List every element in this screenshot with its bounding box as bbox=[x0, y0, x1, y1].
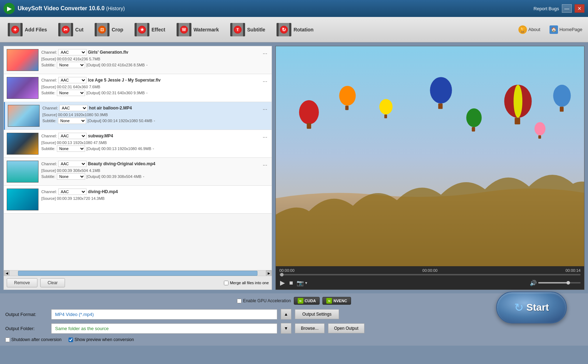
minimize-button[interactable]: — bbox=[562, 4, 572, 13]
file-source: [Source] 00:02:31 640x360 7.6MB bbox=[41, 85, 269, 89]
format-dropdown-arrow[interactable]: ▲ bbox=[281, 309, 291, 320]
svg-rect-13 bbox=[472, 127, 475, 131]
scroll-thumb[interactable] bbox=[18, 271, 257, 276]
title-bar: ▶ UkeySoft Video Converter 10.6.0 (Histo… bbox=[0, 0, 588, 17]
remove-button[interactable]: Remove bbox=[7, 278, 37, 287]
screenshot-button[interactable]: 📷 ▼ bbox=[297, 280, 308, 286]
stop-button[interactable]: ■ bbox=[289, 279, 294, 287]
file-list-scroll[interactable]: Channel: AAC Girls' Generation.flv ... [… bbox=[4, 46, 272, 270]
file-dash: - bbox=[153, 146, 154, 151]
about-button[interactable]: 🏆 About bbox=[516, 24, 543, 35]
crop-button[interactable]: ⊡ Crop bbox=[90, 19, 128, 40]
channel-label: Channel: bbox=[41, 162, 57, 166]
progress-bar[interactable] bbox=[279, 274, 581, 275]
subtitle-select[interactable]: None bbox=[57, 173, 85, 180]
gpu-row: Enable GPU Acceleration N CUDA N NVENC bbox=[5, 297, 583, 305]
subtitle-select[interactable]: None bbox=[58, 118, 86, 124]
open-output-button[interactable]: Open Output bbox=[328, 323, 364, 333]
title-bar-right: Report Bugs — ✕ bbox=[534, 4, 584, 13]
subtitle-button[interactable]: T Subtitle bbox=[225, 19, 270, 40]
channel-label: Channel: bbox=[41, 50, 57, 54]
channel-select[interactable]: AAC bbox=[58, 49, 87, 55]
subtitle-select[interactable]: None bbox=[57, 145, 85, 152]
watermark-label: Watermark bbox=[194, 27, 219, 32]
clear-button[interactable]: Clear bbox=[40, 278, 65, 287]
rotation-label: Rotation bbox=[293, 27, 314, 32]
gpu-acceleration-label: Enable GPU Acceleration bbox=[243, 298, 291, 303]
file-thumbnail bbox=[7, 161, 38, 183]
file-name: Beauty diving-Original video.mp4 bbox=[88, 161, 260, 166]
subtitle-label: Subtitle: bbox=[42, 119, 57, 123]
volume-dot bbox=[566, 281, 570, 285]
file-menu-dots[interactable]: ... bbox=[261, 133, 269, 139]
file-menu-dots[interactable]: ... bbox=[261, 105, 269, 111]
effect-label: Effect bbox=[152, 27, 165, 32]
file-menu-dots[interactable]: ... bbox=[261, 49, 269, 55]
effect-button[interactable]: ★ Effect bbox=[130, 19, 170, 40]
time-start: 00:00:00 bbox=[279, 268, 295, 273]
channel-select[interactable]: AAC bbox=[58, 133, 87, 139]
start-button[interactable]: ↻ Start bbox=[496, 292, 567, 323]
rotation-button[interactable]: ↻ Rotation bbox=[272, 19, 319, 40]
about-label: About bbox=[528, 27, 540, 32]
homepage-button[interactable]: 🏠 HomePage bbox=[547, 24, 585, 35]
file-source: [Source] 00:00:13 1920x1080 47.5MB bbox=[41, 141, 269, 145]
add-files-button[interactable]: + Add Files bbox=[3, 19, 52, 40]
browse-button[interactable]: Browse... bbox=[295, 323, 325, 333]
channel-select[interactable]: AAC bbox=[58, 189, 87, 195]
gpu-acceleration-checkbox[interactable] bbox=[237, 299, 242, 303]
progress-dot bbox=[280, 273, 284, 276]
subtitle-select[interactable]: None bbox=[57, 62, 85, 68]
svg-point-1 bbox=[299, 100, 319, 125]
file-controls: Channel: AAC Girls' Generation.flv ... bbox=[41, 49, 269, 55]
folder-dropdown-arrow[interactable]: ▼ bbox=[281, 323, 291, 334]
channel-label: Channel: bbox=[42, 106, 58, 110]
play-button[interactable]: ▶ bbox=[279, 278, 286, 287]
file-source: [Source] 00:00:39 1280x720 14.3MB bbox=[41, 196, 269, 201]
cut-button[interactable]: ✂ Cut bbox=[53, 19, 88, 40]
horizontal-scrollbar[interactable]: ◀ ▶ bbox=[4, 270, 272, 276]
app-title: UkeySoft Video Converter 10.6.0 (History… bbox=[18, 5, 125, 12]
svg-rect-11 bbox=[515, 118, 520, 124]
output-folder-input[interactable] bbox=[51, 323, 277, 334]
shutdown-checkbox[interactable] bbox=[5, 338, 10, 342]
svg-rect-15 bbox=[538, 135, 541, 138]
file-dash: - bbox=[154, 118, 155, 123]
file-thumbnail bbox=[8, 105, 40, 127]
merge-checkbox[interactable] bbox=[224, 281, 228, 285]
scroll-left-arrow[interactable]: ◀ bbox=[4, 270, 10, 276]
playback-controls: ▶ ■ 📷 ▼ 🔊 bbox=[279, 278, 581, 287]
cuda-badge: N CUDA bbox=[294, 297, 320, 305]
subtitle-label: Subtitle: bbox=[41, 63, 55, 67]
preview-checkbox[interactable] bbox=[69, 338, 73, 342]
shutdown-option: Shutdown after conversion bbox=[5, 337, 61, 342]
volume-slider[interactable] bbox=[538, 282, 581, 284]
camera-icon: 📷 bbox=[297, 280, 304, 286]
list-item: Channel: AAC hot air balloon-2.MP4 ... [… bbox=[4, 102, 272, 130]
file-name: hot air balloon-2.MP4 bbox=[89, 106, 260, 111]
watermark-button[interactable]: W Watermark bbox=[172, 19, 224, 40]
output-settings-button[interactable]: Output Settings bbox=[295, 309, 339, 319]
nvenc-badge: N NVENC bbox=[322, 297, 351, 305]
channel-select[interactable]: AAC bbox=[58, 161, 87, 167]
file-thumbnail bbox=[7, 189, 38, 210]
scroll-right-arrow[interactable]: ▶ bbox=[266, 270, 272, 276]
start-label: Start bbox=[527, 302, 549, 313]
output-format-input[interactable] bbox=[51, 309, 277, 320]
homepage-label: HomePage bbox=[559, 27, 582, 32]
channel-select[interactable]: AAC bbox=[58, 77, 87, 83]
file-menu-dots[interactable]: ... bbox=[261, 77, 269, 83]
file-info: Channel: AAC Beauty diving-Original vide… bbox=[41, 161, 269, 180]
toolbar: + Add Files ✂ Cut ⊡ Crop ★ Effect W Wate… bbox=[0, 17, 588, 42]
channel-select[interactable]: AAC bbox=[59, 105, 88, 111]
file-controls: Channel: AAC subway.MP4 ... bbox=[41, 133, 269, 139]
merge-checkbox-container: Merge all files into one bbox=[224, 281, 269, 285]
report-bugs-label: Report Bugs bbox=[534, 6, 559, 11]
subtitle-controls: Subtitle: None [Output] 00:02:31 640x360… bbox=[41, 90, 269, 96]
close-button[interactable]: ✕ bbox=[575, 4, 584, 13]
file-menu-dots[interactable]: ... bbox=[261, 161, 269, 167]
balloon-scene bbox=[276, 46, 584, 266]
subtitle-select[interactable]: None bbox=[57, 90, 85, 96]
file-info: Channel: AAC Ice Age 5 Jessie J - My Sup… bbox=[41, 77, 269, 97]
preview-panel: 00:00:00 00:00:00 00:00:14 ▶ ■ 📷 ▼ 🔊 bbox=[275, 46, 584, 290]
